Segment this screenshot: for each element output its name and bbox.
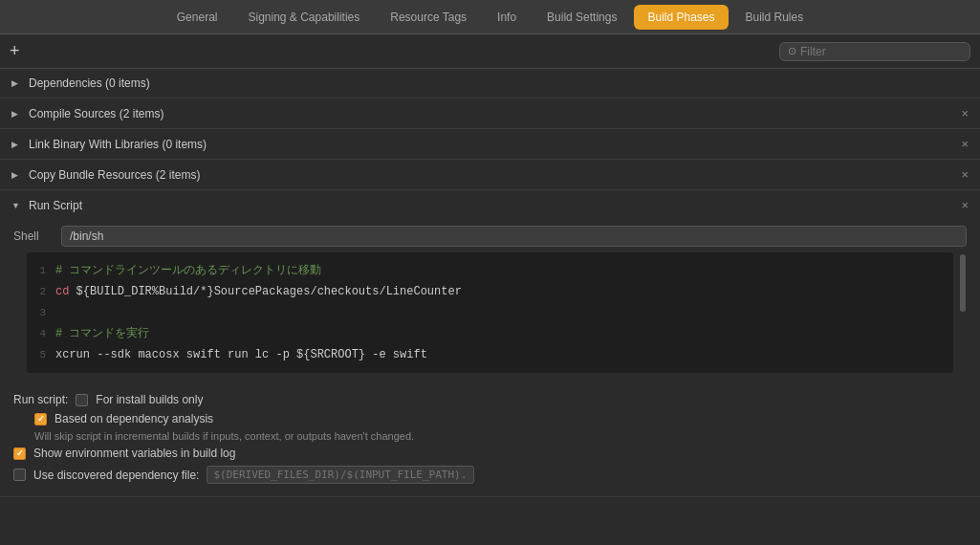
tab-resource-tags[interactable]: Resource Tags xyxy=(377,5,480,30)
code-text-2: cd ${BUILD_DIR%Build/*}SourcePackages/ch… xyxy=(55,281,462,302)
run-script-label-row: Run script: For install builds only xyxy=(13,390,967,409)
code-text-1: # コマンドラインツールのあるディレクトリに移動 xyxy=(55,260,321,281)
skip-note: Will skip script in incremental builds i… xyxy=(34,428,967,444)
triangle-icon-compile: ▶ xyxy=(11,109,21,119)
editor-scrollbar[interactable] xyxy=(959,252,967,373)
filter-icon: ⊙ xyxy=(788,45,796,57)
content-area: ▶ Dependencies (0 items) ▶ Compile Sourc… xyxy=(0,69,980,545)
code-text-5: xcrun --sdk macosx swift run lc -p ${SRC… xyxy=(55,344,427,365)
show-env-row: Show environment variables in build log xyxy=(13,444,967,463)
section-title-copy: Copy Bundle Resources (2 items) xyxy=(29,168,200,182)
filter-input[interactable] xyxy=(800,45,953,58)
for-install-only-label: For install builds only xyxy=(96,393,203,406)
dep-file-input[interactable] xyxy=(207,466,474,484)
shell-row: Shell xyxy=(0,220,980,252)
tab-build-rules[interactable]: Build Rules xyxy=(732,5,817,30)
tab-build-settings[interactable]: Build Settings xyxy=(534,5,630,30)
close-run-script-button[interactable]: × xyxy=(961,198,969,212)
triangle-icon-run-script: ▼ xyxy=(11,201,21,210)
tab-general[interactable]: General xyxy=(163,5,231,30)
run-script-options: Run script: For install builds only Base… xyxy=(0,381,980,496)
dep-file-checkbox[interactable] xyxy=(13,469,26,481)
section-title-compile: Compile Sources (2 items) xyxy=(29,107,163,120)
tab-build-phases[interactable]: Build Phases xyxy=(634,5,728,30)
tab-info[interactable]: Info xyxy=(484,5,530,30)
editor-scrollbar-thumb xyxy=(960,254,966,312)
code-line-2: 2 cd ${BUILD_DIR%Build/*}SourcePackages/… xyxy=(27,281,953,302)
run-script-section: ▼ Run Script × Shell 1 # コマンドラインツールのあるディ… xyxy=(0,190,980,497)
close-copy-button[interactable]: × xyxy=(961,167,969,182)
tab-bar: General Signing & Capabilities Resource … xyxy=(0,0,980,34)
code-line-4: 4 # コマンドを実行 xyxy=(27,323,953,344)
section-link-binary[interactable]: ▶ Link Binary With Libraries (0 items) × xyxy=(0,129,980,160)
code-line-5: 5 xcrun --sdk macosx swift run lc -p ${S… xyxy=(27,344,953,365)
section-compile-sources[interactable]: ▶ Compile Sources (2 items) × xyxy=(0,98,980,129)
section-title-dependencies: Dependencies (0 items) xyxy=(29,76,150,90)
triangle-icon-dependencies: ▶ xyxy=(11,78,21,88)
shell-label: Shell xyxy=(13,229,52,243)
triangle-icon-copy: ▶ xyxy=(11,170,21,180)
toolbar: + ⊙ xyxy=(0,34,980,69)
for-install-only-checkbox[interactable] xyxy=(76,394,88,406)
add-phase-button[interactable]: + xyxy=(10,41,20,61)
code-line-3: 3 xyxy=(27,302,953,323)
close-compile-button[interactable]: × xyxy=(961,106,969,120)
triangle-icon-link: ▶ xyxy=(11,140,21,149)
tab-signing[interactable]: Signing & Capabilities xyxy=(234,5,373,30)
run-script-option-label: Run script: xyxy=(13,393,68,406)
code-editor[interactable]: 1 # コマンドラインツールのあるディレクトリに移動 2 cd ${BUILD_… xyxy=(27,252,953,373)
section-dependencies[interactable]: ▶ Dependencies (0 items) xyxy=(0,69,980,98)
show-env-label: Show environment variables in build log xyxy=(33,447,235,460)
shell-input[interactable] xyxy=(61,226,967,247)
section-title-link: Link Binary With Libraries (0 items) xyxy=(29,138,207,151)
close-link-button[interactable]: × xyxy=(961,137,969,151)
section-copy-bundle[interactable]: ▶ Copy Bundle Resources (2 items) × xyxy=(0,160,980,190)
based-on-dep-label: Based on dependency analysis xyxy=(54,412,213,425)
based-on-dep-checkbox[interactable] xyxy=(34,413,47,425)
filter-box: ⊙ xyxy=(779,42,970,61)
dep-file-label: Use discovered dependency file: xyxy=(33,469,199,482)
code-editor-wrap: 1 # コマンドラインツールのあるディレクトリに移動 2 cd ${BUILD_… xyxy=(13,252,967,373)
code-text-4: # コマンドを実行 xyxy=(55,323,149,344)
show-env-checkbox[interactable] xyxy=(13,447,26,460)
run-script-header[interactable]: ▼ Run Script × xyxy=(0,190,980,220)
code-line-1: 1 # コマンドラインツールのあるディレクトリに移動 xyxy=(27,260,953,281)
dep-file-row: Use discovered dependency file: xyxy=(13,463,967,487)
based-on-dep-row: Based on dependency analysis xyxy=(34,409,967,428)
run-script-title: Run Script xyxy=(29,199,82,212)
